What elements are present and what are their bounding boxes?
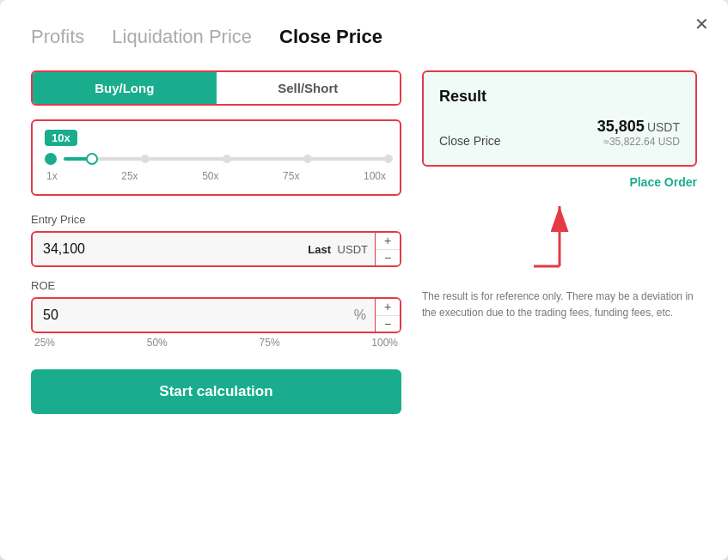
slider-thumb[interactable] xyxy=(86,153,98,165)
usdt-label: USDT xyxy=(334,243,368,256)
result-row: Close Price 35,805USDT ≈35,822.64 USD xyxy=(439,118,680,148)
leverage-label-1x: 1x xyxy=(46,170,58,182)
roe-minus[interactable]: − xyxy=(376,316,400,332)
roe-field: % + − xyxy=(31,297,401,333)
roe-50: 50% xyxy=(147,337,168,349)
entry-price-minus[interactable]: − xyxy=(376,250,400,266)
entry-price-label: Entry Price xyxy=(31,213,401,226)
result-title: Result xyxy=(439,88,680,106)
roe-stepper: + − xyxy=(375,299,400,332)
result-box: Result Close Price 35,805USDT ≈35,822.64… xyxy=(422,70,697,167)
buy-sell-toggle: Buy/Long Sell/Short xyxy=(31,70,401,106)
right-panel: Result Close Price 35,805USDT ≈35,822.64… xyxy=(422,70,697,414)
slider-dot-50 xyxy=(223,155,231,163)
leverage-labels: 1x 25x 50x 75x 100x xyxy=(45,170,388,182)
close-button[interactable]: ✕ xyxy=(694,15,709,33)
slider-dot-100 xyxy=(384,155,393,163)
leverage-label-50x: 50x xyxy=(202,170,218,182)
roe-input[interactable] xyxy=(33,299,346,332)
leverage-label-100x: 100x xyxy=(364,170,386,182)
start-calculation-button[interactable]: Start calculation xyxy=(31,369,401,414)
roe-100: 100% xyxy=(371,337,398,349)
leverage-label-25x: 25x xyxy=(121,170,138,182)
entry-stepper: + − xyxy=(375,233,400,265)
leverage-label-75x: 75x xyxy=(283,170,299,182)
close-price-key: Close Price xyxy=(439,134,501,148)
roe-25: 25% xyxy=(34,337,55,349)
right-inner: Result Close Price 35,805USDT ≈35,822.64… xyxy=(422,70,697,321)
disclaimer-text: The result is for reference only. There … xyxy=(422,289,697,321)
left-panel: Buy/Long Sell/Short 10x xyxy=(31,70,401,414)
tab-bar: Profits Liquidation Price Close Price xyxy=(31,26,697,50)
roe-75: 75% xyxy=(260,337,280,349)
last-label: Last xyxy=(308,243,331,256)
arrow-area xyxy=(422,189,697,275)
entry-price-input[interactable] xyxy=(33,233,301,265)
roe-pct-suffix: % xyxy=(346,299,375,332)
tab-close-price[interactable]: Close Price xyxy=(279,26,382,50)
slider-track[interactable] xyxy=(64,157,388,161)
close-price-unit: USDT xyxy=(647,120,680,134)
roe-plus[interactable]: + xyxy=(376,299,400,316)
tab-profits[interactable]: Profits xyxy=(31,26,84,50)
entry-price-plus[interactable]: + xyxy=(376,233,400,250)
entry-price-suffix: Last USDT xyxy=(301,233,375,265)
leverage-badge: 10x xyxy=(45,130,77,146)
roe-label: ROE xyxy=(31,279,401,292)
leverage-section: 10x 1x 25x 50x xyxy=(31,119,401,196)
entry-price-field: Last USDT + − xyxy=(31,231,401,267)
modal-container: ✕ Profits Liquidation Price Close Price … xyxy=(0,0,728,560)
arrow-icon xyxy=(525,189,594,275)
tab-liquidation[interactable]: Liquidation Price xyxy=(112,26,252,50)
sell-short-button[interactable]: Sell/Short xyxy=(217,72,401,104)
slider-dot-25 xyxy=(141,155,150,163)
close-price-approx: ≈35,822.64 USD xyxy=(597,136,680,148)
slider-start-dot xyxy=(45,153,57,165)
slider-dot-75 xyxy=(303,155,312,163)
leverage-slider-row xyxy=(45,153,388,165)
roe-labels: 25% 50% 75% 100% xyxy=(31,337,401,349)
place-order-link[interactable]: Place Order xyxy=(422,175,697,189)
content-area: Buy/Long Sell/Short 10x xyxy=(31,70,697,414)
buy-long-button[interactable]: Buy/Long xyxy=(33,72,217,104)
close-price-main: 35,805 xyxy=(597,118,645,135)
close-price-value-group: 35,805USDT ≈35,822.64 USD xyxy=(597,118,680,148)
